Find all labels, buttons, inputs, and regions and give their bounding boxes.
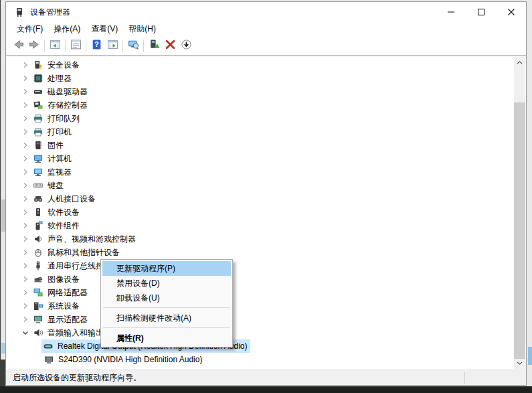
- tree-item-label[interactable]: 声音、视频和游戏控制器: [48, 234, 136, 245]
- tree-row[interactable]: 打印机: [6, 125, 514, 139]
- expand-chevron-icon[interactable]: [20, 86, 31, 97]
- console-tree-button[interactable]: [47, 37, 63, 54]
- disable-button[interactable]: [178, 37, 194, 54]
- tree-item-label[interactable]: 固件: [48, 140, 64, 151]
- tree-row[interactable]: 键盘: [6, 179, 514, 192]
- tree-row[interactable]: 鼠标和其他指针设备: [6, 246, 514, 259]
- expand-chevron-icon[interactable]: [20, 113, 31, 124]
- tree-row[interactable]: 图像设备: [6, 272, 514, 286]
- tree-item-label[interactable]: 图像设备: [48, 274, 80, 285]
- tree-item-label[interactable]: 磁盘驱动器: [48, 86, 88, 98]
- tree-item-label[interactable]: 鼠标和其他指针设备: [48, 247, 120, 258]
- expand-chevron-icon[interactable]: [20, 193, 31, 204]
- display-adapter-icon: [33, 314, 43, 325]
- tree-row[interactable]: 监视器: [6, 165, 514, 179]
- tree-row[interactable]: 计算机: [6, 152, 514, 165]
- tree-row[interactable]: 声音、视频和游戏控制器: [6, 232, 514, 246]
- tree-item-label[interactable]: 软件设备: [48, 207, 80, 218]
- menu-item-0[interactable]: 文件(F): [11, 22, 48, 36]
- tree-row[interactable]: 网络适配器: [6, 286, 514, 299]
- scroll-down-button[interactable]: [514, 358, 525, 369]
- minimize-button[interactable]: [436, 2, 466, 22]
- expand-chevron-icon[interactable]: [20, 60, 31, 70]
- expand-chevron-icon[interactable]: [20, 301, 31, 311]
- tree-row[interactable]: S24D390 (NVIDIA High Definition Audio): [6, 353, 514, 366]
- context-menu-item-4[interactable]: 属性(R): [102, 331, 231, 345]
- expand-chevron-icon[interactable]: [20, 247, 31, 258]
- tree-item-label[interactable]: 处理器: [48, 73, 72, 84]
- expand-chevron-icon[interactable]: [20, 140, 31, 151]
- tree-item-label[interactable]: 安全设备: [48, 60, 80, 71]
- maximize-button[interactable]: [466, 2, 496, 22]
- tree-row[interactable]: 显示适配器: [6, 313, 514, 326]
- status-text: 启动所选设备的更新驱动程序向导。: [13, 372, 141, 384]
- disable-icon: [181, 39, 192, 53]
- tree-row[interactable]: 软件组件: [6, 219, 514, 232]
- tree-row[interactable]: Realtek Digital Output (Realtek High Def…: [6, 339, 514, 353]
- uninstall-button[interactable]: [162, 37, 178, 54]
- tree-row[interactable]: 软件设备: [6, 206, 514, 219]
- expand-chevron-icon[interactable]: [20, 287, 31, 298]
- context-menu-item-3[interactable]: 扫描检测硬件改动(A): [102, 311, 231, 325]
- background-window-selection-fragment-right: [528, 347, 532, 365]
- action-pane-button[interactable]: [104, 37, 120, 54]
- expand-chevron-icon[interactable]: [20, 100, 31, 110]
- title-bar[interactable]: 设备管理器: [6, 2, 526, 22]
- expand-chevron-icon[interactable]: [20, 220, 31, 231]
- expand-chevron-icon[interactable]: [20, 234, 31, 244]
- tree-item-label[interactable]: 打印机: [48, 127, 72, 138]
- tree-row[interactable]: 通用串行总线控制器: [6, 259, 514, 272]
- expand-chevron-icon[interactable]: [20, 274, 31, 285]
- tree-row[interactable]: 音频输入和输出: [6, 326, 514, 339]
- tree-item-label[interactable]: 打印队列: [48, 113, 80, 125]
- vertical-scrollbar[interactable]: [514, 57, 525, 369]
- tree-item-label[interactable]: 显示适配器: [48, 314, 88, 325]
- expand-chevron-icon[interactable]: [20, 167, 31, 177]
- tree-item-label[interactable]: 软件组件: [48, 220, 80, 232]
- collapse-chevron-icon[interactable]: [20, 327, 31, 338]
- scrollbar-thumb[interactable]: [514, 102, 525, 359]
- update-driver-button[interactable]: [146, 37, 162, 54]
- processor-icon: [33, 73, 43, 84]
- expand-chevron-icon[interactable]: [20, 207, 31, 218]
- expand-chevron-icon[interactable]: [20, 73, 31, 84]
- properties-button[interactable]: [68, 37, 84, 54]
- expand-chevron-icon[interactable]: [20, 260, 31, 271]
- expand-chevron-icon[interactable]: [20, 180, 31, 191]
- menu-item-1[interactable]: 操作(A): [48, 22, 86, 36]
- menu-item-2[interactable]: 查看(V): [86, 22, 123, 36]
- tree-row[interactable]: 存储控制器: [6, 98, 514, 112]
- tree-item-label[interactable]: 系统设备: [48, 301, 80, 312]
- monitor-icon: [33, 167, 43, 177]
- tree-item-label[interactable]: 音频输入和输出: [48, 327, 104, 339]
- tree-row[interactable]: 固件: [6, 139, 514, 152]
- tree-row[interactable]: 打印队列: [6, 112, 514, 125]
- expand-chevron-icon[interactable]: [20, 314, 31, 325]
- tree-item-label[interactable]: 监视器: [48, 167, 72, 178]
- menu-item-3[interactable]: 帮助(H): [123, 22, 161, 36]
- tree-row[interactable]: 系统设备: [6, 299, 514, 313]
- forward-button[interactable]: [26, 37, 42, 54]
- expand-chevron-icon[interactable]: [20, 127, 31, 137]
- back-button[interactable]: [10, 37, 26, 54]
- context-menu-item-1[interactable]: 禁用设备(D): [102, 276, 231, 291]
- tree-row[interactable]: 处理器: [6, 72, 514, 85]
- tree-item-label[interactable]: 存储控制器: [48, 100, 88, 111]
- tree-row[interactable]: 磁盘驱动器: [6, 85, 514, 98]
- tree-row[interactable]: 安全设备: [6, 58, 514, 72]
- tree-item-label[interactable]: 网络适配器: [48, 287, 88, 299]
- context-menu-item-2[interactable]: 卸载设备(U): [102, 291, 231, 305]
- tree-item-label[interactable]: 键盘: [48, 180, 64, 191]
- scan-hardware-button[interactable]: [125, 37, 141, 54]
- tree-item-label[interactable]: 人机接口设备: [48, 193, 96, 205]
- toolbar-separator: [122, 40, 123, 52]
- tree-item-label[interactable]: S24D390 (NVIDIA High Definition Audio): [58, 355, 202, 364]
- close-icon: [508, 6, 515, 18]
- scroll-up-button[interactable]: [514, 57, 525, 68]
- tree-item-label[interactable]: 计算机: [48, 153, 72, 165]
- tree-row[interactable]: 人机接口设备: [6, 192, 514, 206]
- expand-chevron-icon[interactable]: [20, 153, 31, 164]
- close-button[interactable]: [496, 2, 526, 22]
- help-button[interactable]: ?: [88, 37, 104, 54]
- context-menu-item-0[interactable]: 更新驱动程序(P): [102, 261, 231, 276]
